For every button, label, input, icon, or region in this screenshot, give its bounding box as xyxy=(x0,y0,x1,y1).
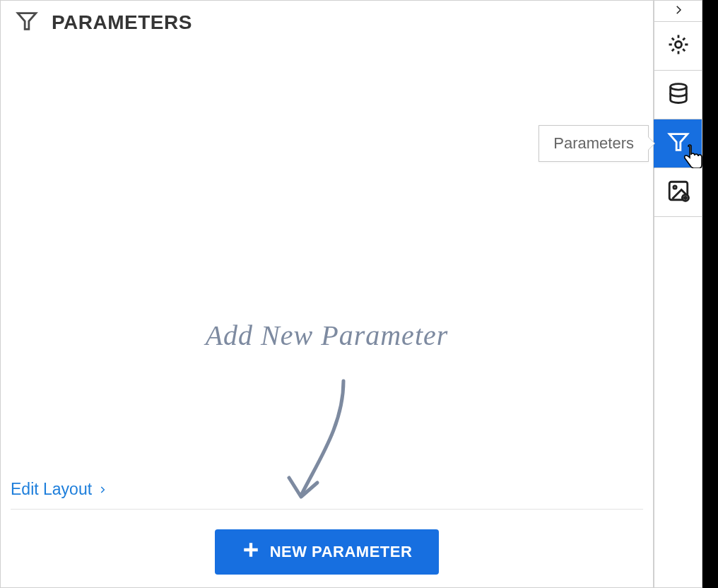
panel-header: PARAMETERS xyxy=(1,1,653,43)
app-window: PARAMETERS Add New Parameter Edit Layout xyxy=(0,0,718,588)
svg-point-1 xyxy=(675,41,681,47)
right-edge xyxy=(702,0,718,588)
sidebar-filler xyxy=(654,217,702,588)
hint-text: Add New Parameter xyxy=(1,319,653,352)
edit-layout-label: Edit Layout xyxy=(11,480,92,499)
svg-marker-3 xyxy=(669,134,688,151)
sidebar-tooltip-label: Parameters xyxy=(553,134,634,152)
new-parameter-label: NEW PARAMETER xyxy=(270,543,413,561)
right-sidebar: Parameters xyxy=(654,0,702,588)
edit-layout-link[interactable]: Edit Layout xyxy=(11,480,107,509)
sidebar-item-parameters[interactable]: Parameters xyxy=(654,119,702,168)
parameters-panel: PARAMETERS Add New Parameter Edit Layout xyxy=(0,0,654,588)
sidebar-item-data[interactable] xyxy=(654,71,702,119)
funnel-icon xyxy=(666,130,690,157)
funnel-icon xyxy=(15,9,39,36)
svg-point-5 xyxy=(673,186,676,189)
gear-icon xyxy=(666,33,690,59)
chevron-right-icon xyxy=(672,4,685,19)
new-parameter-button[interactable]: NEW PARAMETER xyxy=(215,529,440,575)
sidebar-item-expand[interactable] xyxy=(654,1,702,22)
plus-icon xyxy=(242,541,260,563)
hint-arrow-icon xyxy=(276,375,361,509)
divider xyxy=(11,509,643,510)
sidebar-item-image-settings[interactable] xyxy=(654,168,702,217)
chevron-right-icon xyxy=(98,480,107,499)
sidebar-item-settings[interactable] xyxy=(654,22,702,71)
panel-title: PARAMETERS xyxy=(52,11,192,34)
database-icon xyxy=(666,81,690,108)
svg-point-2 xyxy=(670,84,686,90)
sidebar-tooltip: Parameters xyxy=(538,125,649,162)
image-settings-icon xyxy=(666,179,690,206)
svg-marker-0 xyxy=(18,13,36,30)
panel-body: Add New Parameter xyxy=(1,43,653,471)
